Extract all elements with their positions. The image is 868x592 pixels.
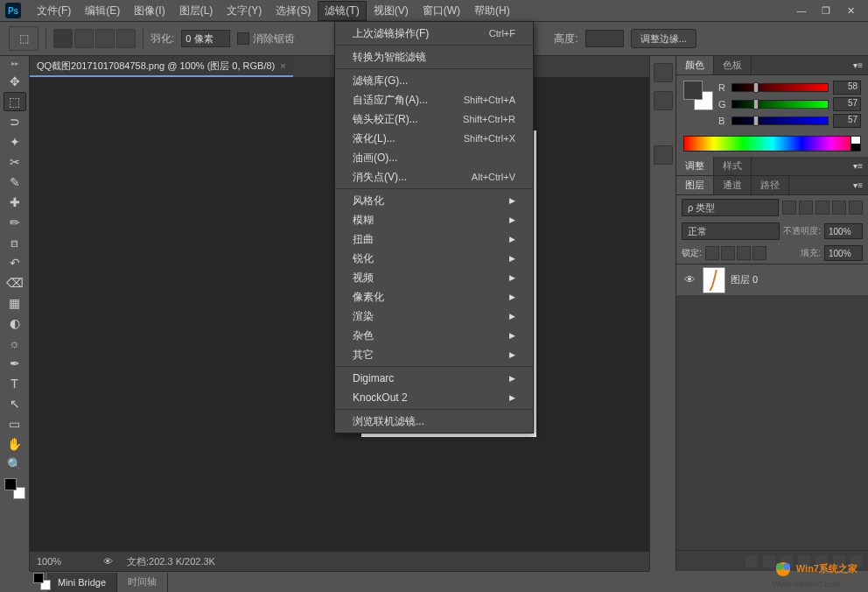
eraser-tool[interactable]: ⌫ (4, 273, 26, 292)
selection-add-icon[interactable] (74, 29, 94, 48)
gradient-tool[interactable]: ▦ (4, 293, 26, 313)
filter-menu-item[interactable]: 自适应广角(A)...Shift+Ctrl+A (335, 90, 533, 109)
b-value[interactable]: 57 (833, 114, 861, 128)
lasso-tool[interactable]: ⊃ (4, 112, 26, 131)
filter-menu-item[interactable]: 视频▶ (335, 268, 533, 287)
lock-all-icon[interactable] (752, 246, 766, 260)
timeline-tab[interactable]: 时间轴 (117, 573, 168, 592)
filter-menu-item[interactable]: 扭曲▶ (335, 229, 533, 249)
filter-menu-item[interactable]: KnockOut 2▶ (335, 388, 533, 407)
menu-help[interactable]: 帮助(H) (467, 1, 517, 21)
history-brush-tool[interactable]: ↶ (4, 253, 26, 272)
filter-adjust-icon[interactable] (799, 201, 813, 215)
fill-value[interactable]: 100% (824, 245, 863, 261)
doc-info-icon[interactable]: 👁 (103, 556, 113, 567)
blend-mode-select[interactable]: 正常 (682, 222, 780, 240)
layer-row[interactable]: 👁 图层 0 (676, 264, 868, 296)
lock-pixels-icon[interactable] (721, 246, 735, 260)
color-spectrum[interactable] (683, 136, 861, 152)
r-value[interactable]: 58 (833, 81, 861, 95)
tool-preset-picker[interactable]: ⬚ (9, 26, 38, 51)
r-slider[interactable] (732, 83, 829, 92)
close-button[interactable]: ✕ (838, 3, 863, 18)
wand-tool[interactable]: ✦ (4, 132, 26, 152)
layer-visibility-icon[interactable]: 👁 (682, 273, 697, 286)
styles-tab[interactable]: 样式 (714, 157, 752, 175)
filter-menu-item[interactable]: 模糊▶ (335, 210, 533, 229)
move-tool[interactable]: ✥ (4, 72, 26, 91)
filter-menu-item[interactable]: Digimarc▶ (335, 369, 533, 388)
filter-menu-item[interactable]: 风格化▶ (335, 191, 533, 210)
crop-tool[interactable]: ✂ (4, 152, 26, 172)
menu-window[interactable]: 窗口(W) (416, 1, 467, 21)
menu-image[interactable]: 图像(I) (127, 1, 172, 21)
hand-tool[interactable]: ✋ (4, 434, 26, 454)
document-tab[interactable]: QQ截图20171017084758.png @ 100% (图层 0, RGB… (30, 56, 293, 77)
path-select-tool[interactable]: ↖ (4, 394, 26, 413)
filter-menu-item[interactable]: 像素化▶ (335, 287, 533, 307)
foreground-color[interactable] (4, 478, 17, 490)
g-value[interactable]: 57 (833, 97, 861, 111)
heal-tool[interactable]: ✚ (4, 193, 26, 212)
color-tab[interactable]: 颜色 (676, 56, 714, 74)
actions-panel-icon[interactable] (654, 91, 673, 110)
history-panel-icon[interactable] (654, 63, 673, 82)
filter-menu-item[interactable]: 消失点(V)...Alt+Ctrl+V (335, 167, 533, 187)
minibridge-tab[interactable]: Mini Bridge (47, 573, 117, 592)
brush-tool[interactable]: ✏ (4, 213, 26, 232)
blur-tool[interactable]: ◐ (4, 314, 26, 333)
filter-smart-icon[interactable] (849, 201, 863, 215)
selection-intersect-icon[interactable] (116, 29, 136, 48)
selection-new-icon[interactable] (53, 29, 73, 48)
filter-menu-item[interactable]: 镜头校正(R)...Shift+Ctrl+R (335, 109, 533, 129)
g-slider[interactable] (732, 100, 829, 109)
filter-type-icon[interactable] (816, 201, 830, 215)
lock-position-icon[interactable] (737, 246, 751, 260)
filter-menu-item[interactable]: 渲染▶ (335, 307, 533, 326)
refine-edge-button[interactable]: 调整边缘... (631, 29, 696, 48)
text-tool[interactable]: T (4, 374, 26, 393)
menu-file[interactable]: 文件(F) (30, 1, 78, 21)
dodge-tool[interactable]: ☼ (4, 334, 26, 353)
filter-menu-item[interactable]: 浏览联机滤镜... (335, 412, 533, 431)
filter-menu-item[interactable]: 锐化▶ (335, 249, 533, 268)
lock-transparent-icon[interactable] (705, 246, 719, 260)
layer-thumbnail[interactable] (703, 267, 725, 293)
filter-pixel-icon[interactable] (782, 201, 796, 215)
restore-button[interactable]: ❐ (814, 3, 838, 18)
filter-menu-item[interactable]: 液化(L)...Shift+Ctrl+X (335, 129, 533, 148)
menu-type[interactable]: 文字(Y) (220, 1, 269, 21)
panel-menu-icon[interactable]: ▾≡ (848, 56, 868, 74)
selection-subtract-icon[interactable] (95, 29, 115, 48)
filter-menu-item[interactable]: 其它▶ (335, 345, 533, 364)
link-layers-icon[interactable] (746, 555, 758, 567)
layer-name[interactable]: 图层 0 (731, 273, 758, 286)
filter-menu-item[interactable]: 滤镜库(G)... (335, 71, 533, 90)
zoom-tool[interactable]: 🔍 (4, 455, 26, 474)
layers-tab[interactable]: 图层 (676, 176, 714, 194)
color-swatches[interactable] (4, 478, 25, 499)
quick-fg-color[interactable] (33, 573, 44, 583)
panel-menu-icon[interactable]: ▾≡ (848, 157, 868, 175)
minimize-button[interactable]: — (789, 3, 814, 18)
pen-tool[interactable]: ✒ (4, 354, 26, 373)
zoom-level[interactable]: 100% (37, 556, 89, 567)
b-slider[interactable] (732, 116, 829, 125)
height-input[interactable] (585, 30, 624, 47)
feather-input[interactable] (181, 30, 230, 47)
color-panel-fg[interactable] (683, 81, 703, 100)
shape-tool[interactable]: ▭ (4, 414, 26, 433)
paths-tab[interactable]: 路径 (752, 176, 789, 194)
swatches-tab[interactable]: 色板 (714, 56, 752, 74)
menu-filter[interactable]: 滤镜(T) (318, 1, 366, 21)
expand-toolbar-icon[interactable]: ▸▸ (11, 60, 18, 67)
filter-shape-icon[interactable] (832, 201, 846, 215)
menu-view[interactable]: 视图(V) (367, 1, 416, 21)
close-tab-icon[interactable]: × (280, 60, 285, 71)
filter-menu-item[interactable]: 杂色▶ (335, 326, 533, 345)
eyedropper-tool[interactable]: ✎ (4, 173, 26, 192)
filter-menu-item[interactable]: 转换为智能滤镜 (335, 47, 533, 67)
menu-layer[interactable]: 图层(L) (172, 1, 220, 21)
stamp-tool[interactable]: ⧈ (4, 233, 26, 252)
antialias-checkbox[interactable] (237, 32, 249, 45)
